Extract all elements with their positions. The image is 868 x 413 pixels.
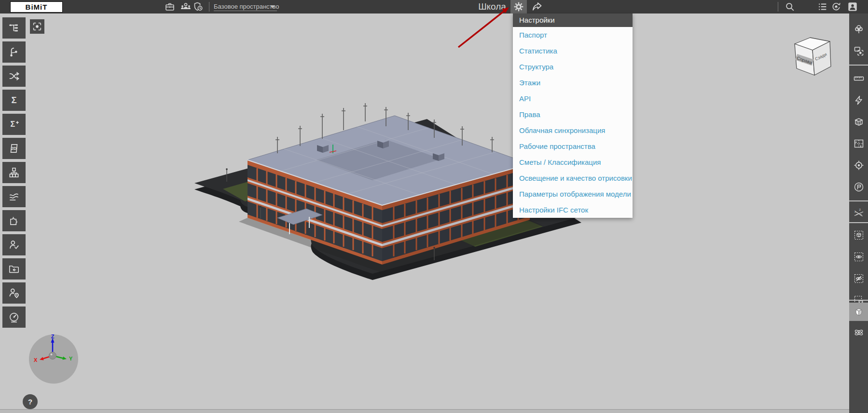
menu-item-estimates[interactable]: Сметы / Классификация [513, 154, 633, 170]
tool-add-calculation-sigma-plus[interactable]: Σ [2, 114, 26, 135]
folder-share-icon [8, 263, 20, 275]
tool-target[interactable] [849, 157, 868, 173]
box-3d-icon [853, 116, 865, 128]
axis-x-label: X [34, 357, 38, 363]
sync-notification-icon[interactable] [830, 1, 842, 13]
tool-axes-grid[interactable]: 1 2 [849, 205, 868, 222]
tool-shield-3d-active[interactable] [849, 303, 868, 321]
right-toolbar-separator [849, 200, 868, 201]
tool-versions-branch[interactable] [2, 41, 26, 63]
tool-box-3d[interactable] [849, 114, 868, 130]
menu-item-structure[interactable]: Структура [513, 59, 633, 75]
tool-gauge[interactable] [2, 306, 26, 328]
workspace-select-underline [214, 11, 277, 11]
right-toolbar: 1 2 [849, 13, 868, 413]
sigma-icon: Σ [8, 94, 20, 107]
puzzle-icon [8, 214, 20, 227]
user-avatar-icon[interactable] [847, 1, 858, 13]
menu-item-statistics[interactable]: Статистика [513, 43, 633, 59]
right-toolbar-separator [849, 222, 868, 223]
tree-icon [853, 24, 865, 35]
tool-isolate-selection[interactable] [849, 227, 868, 243]
gauge-icon [8, 311, 20, 323]
toolbar-divider [209, 2, 209, 12]
menu-item-floors[interactable]: Этажи [513, 75, 633, 91]
tool-structure-tree[interactable] [2, 17, 26, 39]
charts-icon [8, 190, 20, 203]
team-icon[interactable] [180, 1, 192, 13]
target-icon [853, 160, 865, 171]
tool-show-selected[interactable] [849, 249, 868, 265]
tool-plugins[interactable] [2, 210, 26, 231]
tool-floorplan[interactable] [849, 135, 868, 152]
share-arrow-icon [531, 1, 543, 13]
shield-clock-icon[interactable] [193, 1, 204, 13]
tool-hide-selected[interactable] [849, 270, 868, 287]
menu-item-api[interactable]: API [513, 91, 633, 107]
workspace-select-value: Базовое пространство [214, 3, 279, 10]
tool-flag[interactable] [849, 179, 868, 195]
svg-text:Σ: Σ [10, 120, 15, 128]
tool-selection-overlap[interactable] [849, 43, 868, 59]
hide-eye-off-icon [853, 273, 865, 284]
focus-frame-icon [32, 21, 42, 32]
classifier-icon [8, 166, 20, 179]
tool-user-location[interactable] [2, 282, 26, 304]
flash-section-icon [853, 94, 865, 106]
tool-focus-isolate[interactable] [30, 19, 44, 34]
menu-item-cloud-sync[interactable]: Облачная синхронизация [513, 122, 633, 138]
menu-item-display-params[interactable]: Параметры отображения модели [513, 186, 633, 202]
share-button[interactable] [531, 1, 543, 13]
user-location-icon [8, 287, 20, 299]
floorplan-icon [853, 138, 865, 149]
tool-user-check[interactable] [2, 234, 26, 255]
top-bar: BiMiT Базов [0, 0, 868, 13]
tool-orbit[interactable] [849, 324, 868, 341]
tool-2d-drawings[interactable]: 2D [2, 138, 26, 159]
isolate-cube-icon [853, 229, 865, 241]
app-logo: BiMiT [10, 1, 63, 13]
svg-text:2: 2 [859, 208, 861, 211]
tool-compare-shuffle[interactable] [2, 66, 26, 87]
help-button[interactable]: ? [23, 394, 38, 409]
drawings-2d-icon: 2D [8, 142, 20, 155]
git-branch-icon [8, 46, 20, 58]
menu-item-passport[interactable]: Паспорт [513, 27, 633, 43]
tool-folder-share[interactable] [2, 258, 26, 280]
menu-item-lighting-quality[interactable]: Освещение и качество отрисовки [513, 170, 633, 186]
right-toolbar-separator [849, 300, 868, 301]
workspace-select[interactable]: Базовое пространство [214, 0, 277, 13]
user-check-icon [8, 239, 20, 251]
tool-measure[interactable] [849, 70, 868, 87]
axis-gizmo[interactable]: Z X Y [25, 333, 83, 389]
gear-icon [513, 1, 524, 12]
tool-calculations-sigma[interactable]: Σ [2, 90, 26, 111]
menu-item-workspaces[interactable]: Рабочие пространства [513, 138, 633, 154]
show-eye-icon [853, 251, 865, 263]
shuffle-icon [8, 70, 20, 82]
tool-section-flash[interactable] [849, 92, 868, 108]
menu-item-ifc-grids[interactable]: Настройки IFC сеток [513, 202, 633, 218]
tool-vegetation[interactable] [849, 21, 868, 38]
caret-down-icon [270, 5, 275, 8]
axes-grid-icon: 1 2 [853, 208, 865, 219]
bottom-strip [0, 409, 868, 413]
svg-text:Σ: Σ [11, 95, 16, 105]
tool-classifier[interactable] [2, 162, 26, 183]
search-icon[interactable] [784, 1, 796, 13]
navigation-cube[interactable]: Справа Сзади [783, 29, 838, 80]
bim-viewer-app: Справа Сзади Z X Y BiMiT [0, 0, 868, 413]
settings-menu-header: Настройки [513, 13, 633, 27]
svg-text:2D: 2D [11, 146, 16, 151]
axis-z-label: Z [51, 333, 55, 339]
settings-menu: Настройки Паспорт Статистика Структура Э… [513, 13, 633, 218]
sigma-plus-icon: Σ [8, 118, 20, 131]
list-icon[interactable] [817, 1, 828, 13]
settings-gear-button[interactable] [510, 0, 527, 13]
menu-item-rights[interactable]: Права [513, 107, 633, 122]
flag-circle-icon [853, 181, 865, 193]
axis-y-label: Y [69, 356, 73, 361]
viewport-3d-canvas[interactable] [0, 0, 868, 413]
tool-charts[interactable] [2, 186, 26, 207]
briefcase-icon[interactable] [164, 1, 176, 13]
